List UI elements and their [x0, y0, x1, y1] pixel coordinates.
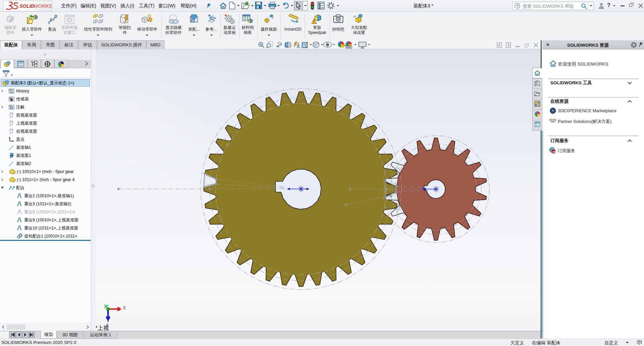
svg-text:SOLID: SOLID	[19, 3, 35, 9]
svg-text:?: ?	[516, 4, 519, 8]
svg-text:X: X	[123, 305, 126, 310]
svg-text:A: A	[297, 44, 300, 48]
svg-text:A: A	[11, 106, 13, 110]
svg-text:*上视: *上视	[95, 325, 109, 331]
svg-text:WORKS: WORKS	[34, 3, 52, 9]
svg-text:!: !	[313, 19, 315, 24]
svg-text:SW: SW	[553, 151, 556, 153]
